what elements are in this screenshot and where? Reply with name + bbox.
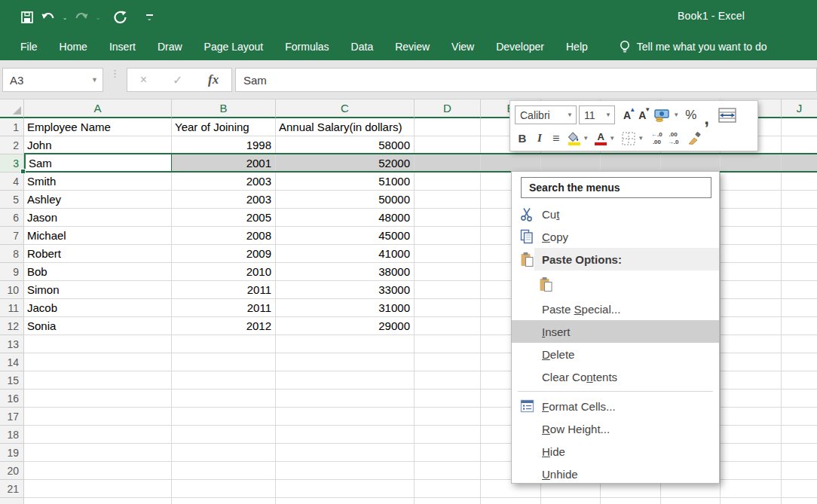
- cell-J13[interactable]: [782, 335, 817, 353]
- cell-A12[interactable]: Sonia: [24, 317, 172, 335]
- cell-D19[interactable]: [415, 444, 481, 462]
- cell-J21[interactable]: [782, 480, 817, 498]
- row-header-17[interactable]: 17: [0, 408, 24, 426]
- cell-C18[interactable]: [276, 426, 415, 444]
- cell-B18[interactable]: [172, 426, 276, 444]
- cell-A7[interactable]: Michael: [24, 227, 172, 245]
- cell-I3[interactable]: [721, 154, 782, 173]
- cell-C19[interactable]: [276, 444, 415, 462]
- cell-B20[interactable]: [172, 462, 276, 480]
- menu-item-row-height[interactable]: Row Height...: [512, 417, 719, 440]
- cell-J18[interactable]: [782, 426, 817, 444]
- cell-I13[interactable]: [721, 335, 782, 353]
- cell-D16[interactable]: [415, 389, 481, 408]
- cell-A4[interactable]: Smith: [24, 173, 172, 191]
- cell-J4[interactable]: [782, 173, 817, 191]
- cell-C8[interactable]: 41000: [276, 245, 415, 263]
- cell-J7[interactable]: [782, 227, 817, 245]
- cell-I15[interactable]: [721, 371, 782, 389]
- cell-C7[interactable]: 45000: [276, 227, 415, 245]
- cell-D20[interactable]: [415, 462, 481, 480]
- cell-D9[interactable]: [415, 263, 481, 281]
- cell-C6[interactable]: 48000: [276, 209, 415, 227]
- cell-D22[interactable]: [415, 498, 481, 504]
- cell-I12[interactable]: [721, 317, 782, 335]
- menu-item-insert[interactable]: Insert: [512, 320, 719, 343]
- cell-B6[interactable]: 2005: [172, 209, 276, 227]
- row-header-16[interactable]: 16: [0, 389, 24, 408]
- menu-item-clear-contents[interactable]: Clear Contents: [512, 365, 719, 388]
- save-icon[interactable]: [18, 8, 36, 27]
- cell-D15[interactable]: [415, 371, 481, 389]
- row-header-8[interactable]: 8: [0, 245, 24, 263]
- row-header-2[interactable]: 2: [0, 136, 24, 154]
- accounting-dropdown-icon[interactable]: ▼: [673, 111, 679, 118]
- fill-color-dropdown-icon[interactable]: ▼: [583, 135, 589, 142]
- cell-D18[interactable]: [415, 426, 481, 444]
- row-header-9[interactable]: 9: [0, 263, 24, 281]
- menu-item-paste-special[interactable]: Paste Special...: [512, 298, 719, 320]
- column-header-D[interactable]: D: [415, 99, 481, 118]
- cell-J16[interactable]: [782, 389, 817, 408]
- cell-B17[interactable]: [172, 408, 276, 426]
- fill-color-icon[interactable]: [568, 132, 580, 145]
- cell-B15[interactable]: [172, 371, 276, 389]
- ribbon-tab-help[interactable]: Help: [566, 41, 588, 53]
- menu-item-format-cells[interactable]: Format Cells...: [512, 395, 719, 417]
- cell-J1[interactable]: [782, 118, 817, 136]
- cell-C12[interactable]: 29000: [276, 317, 415, 335]
- cell-I14[interactable]: [721, 353, 782, 371]
- cell-D6[interactable]: [415, 209, 481, 227]
- cell-B7[interactable]: 2008: [172, 227, 276, 245]
- cell-D21[interactable]: [415, 480, 481, 498]
- row-header-10[interactable]: 10: [0, 281, 24, 299]
- cell-A9[interactable]: Bob: [24, 263, 172, 281]
- ribbon-tab-formulas[interactable]: Formulas: [285, 41, 329, 53]
- cell-J14[interactable]: [782, 353, 817, 371]
- cell-I4[interactable]: [721, 173, 782, 191]
- font-color-icon[interactable]: A: [595, 132, 607, 145]
- cell-H3[interactable]: [661, 154, 721, 173]
- cell-I7[interactable]: [721, 227, 782, 245]
- bold-button[interactable]: B: [516, 132, 528, 145]
- cell-C22[interactable]: [276, 498, 415, 504]
- cell-B12[interactable]: 2012: [172, 317, 276, 335]
- cell-A19[interactable]: [24, 444, 172, 462]
- cell-B5[interactable]: 2003: [172, 191, 276, 209]
- cell-D5[interactable]: [415, 191, 481, 209]
- column-header-B[interactable]: B: [172, 99, 276, 118]
- row-header-22[interactable]: [0, 498, 24, 504]
- borders-dropdown-icon[interactable]: ▼: [638, 135, 644, 142]
- menu-item-cut[interactable]: Cut: [512, 203, 719, 225]
- cell-C17[interactable]: [276, 408, 415, 426]
- insert-function-icon[interactable]: fx: [208, 72, 219, 87]
- cell-A15[interactable]: [24, 371, 172, 389]
- cell-B14[interactable]: [172, 353, 276, 371]
- column-header-J[interactable]: J: [782, 99, 817, 118]
- increase-font-size-button[interactable]: A▲: [621, 109, 633, 121]
- name-box[interactable]: A3 ▼: [2, 68, 103, 92]
- cell-J2[interactable]: [782, 136, 817, 154]
- cancel-icon[interactable]: ×: [140, 73, 147, 87]
- menu-item-paste-options[interactable]: Paste Options:: [512, 248, 719, 270]
- cell-J9[interactable]: [782, 263, 817, 281]
- decrease-decimal-button[interactable]: .00→.0: [668, 131, 679, 145]
- cell-J3[interactable]: [782, 154, 817, 173]
- cell-I11[interactable]: [721, 299, 782, 317]
- cell-A22[interactable]: [24, 498, 172, 504]
- cell-C4[interactable]: 51000: [276, 173, 415, 191]
- refresh-icon[interactable]: [112, 8, 130, 27]
- cell-C10[interactable]: 33000: [276, 281, 415, 299]
- cell-F22[interactable]: [541, 498, 601, 504]
- cell-H22[interactable]: [661, 498, 721, 504]
- cell-A3[interactable]: Sam: [24, 154, 172, 173]
- font-name-select[interactable]: Calibri▼: [515, 105, 577, 124]
- cell-G3[interactable]: [601, 154, 661, 173]
- row-header-21[interactable]: 21: [0, 480, 24, 498]
- cell-B3[interactable]: 2001: [172, 154, 276, 173]
- menu-item-delete[interactable]: Delete: [512, 343, 719, 365]
- ribbon-tab-insert[interactable]: Insert: [109, 41, 136, 53]
- row-header-13[interactable]: 13: [0, 335, 24, 353]
- increase-decimal-button[interactable]: ←←.0.0.00: [651, 131, 662, 145]
- cell-D12[interactable]: [415, 317, 481, 335]
